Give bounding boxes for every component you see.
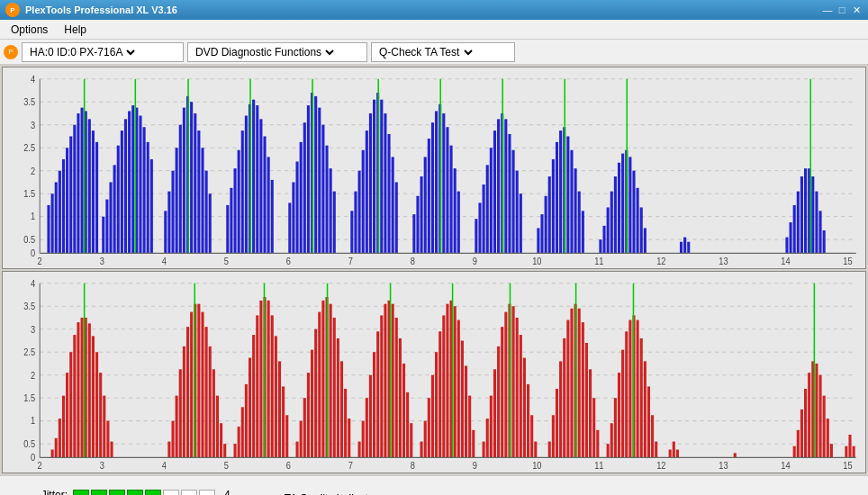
svg-rect-167 [785, 238, 788, 254]
svg-rect-93 [314, 96, 317, 254]
svg-rect-74 [230, 188, 232, 254]
menu-help[interactable]: Help [57, 22, 94, 38]
svg-rect-95 [321, 125, 324, 254]
svg-text:11: 11 [594, 256, 603, 266]
svg-rect-358 [655, 442, 657, 458]
svg-rect-367 [808, 373, 810, 457]
svg-text:0: 0 [31, 452, 35, 463]
svg-rect-229 [73, 335, 76, 457]
function-dropdown[interactable]: DVD Diagnostic Functions [192, 45, 337, 59]
svg-rect-373 [830, 444, 833, 457]
svg-text:8: 8 [411, 256, 415, 266]
svg-rect-133 [504, 119, 507, 253]
svg-rect-254 [220, 423, 222, 457]
svg-text:2.5: 2.5 [23, 346, 35, 357]
svg-rect-38 [69, 136, 72, 253]
svg-rect-308 [446, 304, 448, 458]
svg-rect-36 [62, 159, 65, 253]
svg-rect-224 [55, 438, 58, 458]
svg-rect-35 [59, 171, 61, 254]
svg-rect-347 [614, 398, 617, 457]
svg-rect-351 [628, 320, 631, 458]
svg-rect-118 [435, 111, 438, 253]
svg-rect-297 [399, 338, 402, 458]
svg-rect-144 [559, 130, 562, 253]
svg-text:5: 5 [224, 460, 229, 471]
svg-rect-175 [815, 192, 818, 254]
minimize-button[interactable]: — [821, 4, 834, 16]
svg-text:2: 2 [31, 370, 35, 381]
svg-rect-353 [637, 320, 639, 458]
svg-text:15: 15 [843, 256, 852, 266]
svg-rect-243 [179, 369, 182, 457]
svg-rect-122 [450, 146, 453, 254]
svg-rect-287 [362, 421, 365, 458]
svg-rect-140 [545, 196, 547, 254]
svg-rect-154 [610, 192, 613, 254]
svg-rect-252 [212, 369, 215, 457]
test-selector[interactable]: Q-Check TA Test [371, 42, 515, 62]
svg-rect-341 [585, 343, 588, 457]
svg-rect-91 [307, 105, 310, 253]
svg-rect-343 [592, 398, 595, 457]
svg-text:1: 1 [31, 212, 35, 222]
svg-rect-300 [410, 423, 412, 457]
svg-text:14: 14 [781, 460, 790, 471]
svg-rect-263 [259, 301, 262, 458]
jitter-seg-7 [181, 490, 197, 496]
menu-options[interactable]: Options [4, 22, 55, 38]
svg-rect-141 [548, 176, 551, 253]
svg-rect-372 [827, 418, 829, 457]
ta-quality-label: TA Quality Indicator: [285, 492, 381, 496]
svg-rect-269 [282, 386, 285, 457]
svg-rect-246 [190, 312, 193, 458]
svg-rect-39 [73, 125, 76, 254]
svg-rect-316 [483, 442, 485, 458]
svg-rect-225 [59, 418, 61, 457]
jitter-seg-4 [127, 490, 143, 496]
svg-rect-72 [209, 194, 212, 253]
svg-rect-163 [644, 228, 646, 253]
svg-rect-240 [167, 442, 170, 458]
svg-text:1.5: 1.5 [23, 188, 35, 199]
jitter-progress [73, 490, 215, 496]
svg-rect-312 [461, 340, 464, 457]
svg-rect-61 [167, 192, 170, 254]
svg-rect-142 [552, 159, 555, 253]
svg-rect-63 [176, 148, 178, 253]
close-button[interactable]: ✕ [850, 4, 863, 16]
function-selector[interactable]: DVD Diagnostic Functions [187, 42, 367, 62]
drive-selector[interactable]: HA:0 ID:0 PX-716A [22, 42, 184, 62]
svg-rect-134 [508, 134, 511, 254]
jitter-seg-2 [91, 490, 107, 496]
svg-rect-290 [373, 352, 375, 457]
content-area: 4 3.5 3 2.5 2 1.5 1 0.5 0 2 3 4 5 6 7 8 … [0, 65, 868, 475]
svg-rect-331 [548, 442, 551, 458]
svg-rect-304 [431, 375, 434, 458]
stats-middle: TA Quality Indicator: Very Good [285, 492, 381, 496]
svg-rect-159 [628, 157, 631, 253]
svg-rect-322 [504, 312, 507, 458]
svg-rect-248 [197, 304, 200, 458]
svg-rect-281 [333, 318, 336, 457]
svg-rect-262 [256, 315, 258, 457]
svg-rect-101 [358, 171, 361, 254]
toolbar: P HA:0 ID:0 PX-716A DVD Diagnostic Funct… [0, 40, 868, 65]
jitter-value: 4 [224, 489, 231, 496]
svg-rect-156 [618, 163, 620, 254]
svg-rect-37 [66, 148, 68, 253]
maximize-button[interactable]: □ [836, 4, 848, 16]
svg-rect-371 [823, 396, 826, 458]
svg-rect-82 [259, 119, 262, 253]
svg-rect-160 [632, 171, 635, 254]
drive-dropdown[interactable]: HA:0 ID:0 PX-716A [26, 45, 138, 59]
svg-rect-112 [412, 214, 415, 253]
svg-rect-69 [197, 130, 200, 253]
svg-rect-289 [369, 375, 372, 458]
svg-rect-258 [241, 407, 244, 457]
svg-rect-81 [256, 105, 258, 253]
svg-rect-120 [442, 113, 445, 253]
test-dropdown[interactable]: Q-Check TA Test [375, 45, 475, 59]
svg-rect-99 [350, 211, 353, 253]
svg-rect-369 [815, 364, 818, 457]
